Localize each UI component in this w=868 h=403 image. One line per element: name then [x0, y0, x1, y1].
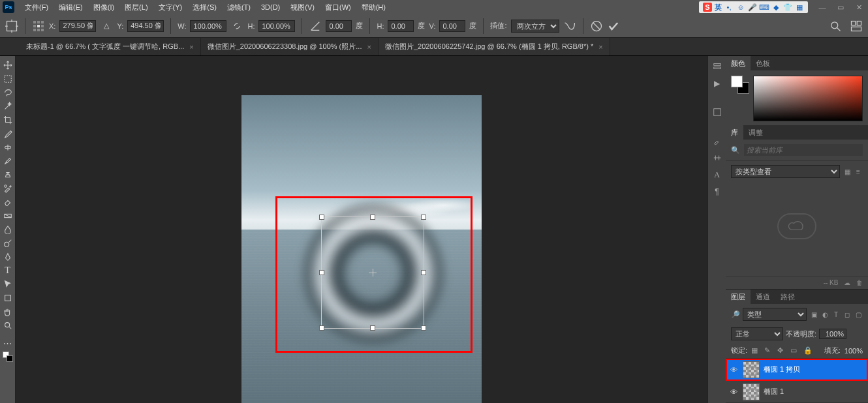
menu-edit[interactable]: 编辑(E) [54, 1, 88, 14]
document-tab-2[interactable]: 微信图片_20200606223308.jpg @ 100% (照片... × [201, 38, 379, 55]
skew-v-input[interactable] [439, 20, 465, 32]
brushes-panel-icon[interactable] [711, 134, 724, 147]
shape-tool[interactable] [1, 291, 15, 305]
fill-value[interactable]: 100% [845, 347, 863, 355]
paths-panel-tab[interactable]: 路径 [775, 290, 800, 304]
brush-tool[interactable] [1, 155, 15, 168]
layer-thumbnail[interactable] [743, 383, 760, 400]
transform-handle-mr[interactable] [421, 270, 426, 275]
marquee-tool[interactable] [1, 72, 15, 85]
clone-stamp-tool[interactable] [1, 168, 15, 181]
eraser-tool[interactable] [1, 196, 15, 209]
paragraph-panel-icon[interactable]: ¶ [711, 185, 724, 198]
history-brush-tool[interactable] [1, 182, 15, 195]
menu-3d[interactable]: 3D(D) [256, 1, 285, 13]
filter-smart-icon[interactable]: ▢ [854, 310, 863, 319]
transform-handle-bm[interactable] [370, 325, 375, 331]
menu-file[interactable]: 文件(F) [20, 1, 54, 14]
h-input[interactable] [258, 20, 295, 32]
swatches-panel-tab[interactable]: 色板 [751, 56, 775, 70]
move-tool[interactable] [1, 59, 15, 72]
warp-icon[interactable] [563, 20, 576, 33]
visibility-toggle-icon[interactable]: 👁 [728, 366, 739, 374]
adjustments-panel-tab[interactable]: 调整 [743, 125, 768, 140]
blend-mode-select[interactable]: 正常 [731, 327, 783, 340]
layer-kind-filter[interactable]: 类型 [743, 308, 807, 321]
transform-handle-ml[interactable] [319, 270, 324, 275]
layers-panel-tab[interactable]: 图层 [726, 290, 751, 304]
layer-name[interactable]: 椭圆 1 拷贝 [764, 365, 800, 374]
magic-wand-tool[interactable] [1, 100, 15, 113]
w-input[interactable] [190, 20, 226, 32]
document-tab-3[interactable]: 微信图片_20200606225742.jpg @ 66.7% (椭圆 1 拷贝… [379, 38, 610, 55]
commit-transform-icon[interactable] [607, 20, 620, 33]
filter-shape-icon[interactable]: ◻ [843, 310, 852, 319]
transform-center-icon[interactable] [369, 269, 376, 276]
lock-transparency-icon[interactable]: ▦ [751, 346, 760, 355]
color-picker-field[interactable] [753, 76, 863, 121]
y-input[interactable] [127, 20, 164, 32]
tab-close-icon[interactable]: × [598, 43, 602, 51]
type-tool[interactable]: T [1, 264, 15, 277]
angle-input[interactable] [326, 20, 352, 32]
foreground-background-swatch[interactable] [1, 350, 15, 363]
properties-panel-icon[interactable] [711, 106, 724, 119]
menu-type[interactable]: 文字(Y) [153, 1, 188, 14]
window-close[interactable]: ✕ [850, 0, 868, 14]
filter-type-icon[interactable]: T [831, 310, 841, 319]
link-icon[interactable] [230, 20, 243, 33]
lock-artboard-icon[interactable]: ▭ [790, 346, 799, 355]
menu-image[interactable]: 图像(I) [88, 1, 119, 14]
gradient-tool[interactable] [1, 209, 15, 222]
crop-tool[interactable] [1, 113, 15, 127]
delta-icon[interactable]: △ [100, 20, 113, 33]
menu-select[interactable]: 选择(S) [187, 1, 222, 14]
blur-tool[interactable] [1, 223, 15, 236]
lasso-tool[interactable] [1, 86, 15, 99]
edit-toolbar-icon[interactable]: ⋯ [1, 336, 15, 350]
list-view-icon[interactable]: ≡ [854, 167, 863, 176]
character-panel-icon[interactable]: A [711, 168, 724, 181]
transform-handle-tm[interactable] [370, 215, 375, 220]
opacity-value[interactable]: 100% [819, 329, 846, 339]
tab-close-icon[interactable]: × [189, 43, 193, 51]
fg-bg-color-swatch[interactable] [731, 76, 749, 94]
layer-row[interactable]: 👁 椭圆 1 拷贝 [726, 359, 868, 381]
transform-handle-br[interactable] [421, 325, 426, 331]
color-panel-tab[interactable]: 颜色 [726, 56, 751, 70]
zoom-tool[interactable] [1, 319, 15, 332]
interp-select[interactable]: 两次立方 [511, 20, 559, 33]
actions-panel-icon[interactable]: ▶ [711, 77, 724, 90]
window-restore[interactable]: ▭ [831, 0, 850, 14]
x-input[interactable] [59, 20, 96, 32]
transform-handle-tr[interactable] [421, 215, 426, 220]
layer-thumbnail[interactable] [743, 361, 760, 378]
tab-close-icon[interactable]: × [367, 43, 371, 51]
menu-window[interactable]: 窗口(W) [320, 1, 356, 14]
path-selection-tool[interactable] [1, 278, 15, 291]
brush-settings-panel-icon[interactable] [711, 151, 724, 164]
reference-point-icon[interactable] [32, 20, 45, 33]
healing-brush-tool[interactable] [1, 141, 15, 154]
lock-all-icon[interactable]: 🔒 [803, 346, 813, 355]
workspace-icon[interactable] [850, 20, 863, 33]
transform-bounding-box[interactable] [321, 216, 424, 329]
eyedropper-tool[interactable] [1, 127, 15, 140]
grid-view-icon[interactable]: ▦ [843, 167, 852, 176]
libraries-panel-tab[interactable]: 库 [726, 125, 743, 140]
pen-tool[interactable] [1, 250, 15, 263]
menu-layer[interactable]: 图层(L) [119, 1, 153, 14]
hand-tool[interactable] [1, 305, 15, 318]
visibility-toggle-icon[interactable]: 👁 [728, 388, 739, 396]
layer-name[interactable]: 椭圆 1 [764, 387, 784, 396]
transform-handle-tl[interactable] [319, 215, 324, 220]
channels-panel-tab[interactable]: 通道 [751, 290, 775, 304]
ime-bar[interactable]: S 英 •, ☺ 🎤 ⌨ ◆ 👕 ▦ [699, 1, 808, 13]
document-tab-1[interactable]: 未标题-1 @ 66.7% ( 文字弧度 一键调节哈, RGB... × [20, 38, 201, 55]
filter-pixel-icon[interactable]: ▣ [809, 310, 818, 319]
lock-position-icon[interactable]: ✥ [777, 346, 786, 355]
menu-view[interactable]: 视图(V) [285, 1, 320, 14]
menu-help[interactable]: 帮助(H) [356, 1, 391, 14]
dodge-tool[interactable] [1, 237, 15, 250]
filter-adjust-icon[interactable]: ◐ [820, 310, 829, 319]
